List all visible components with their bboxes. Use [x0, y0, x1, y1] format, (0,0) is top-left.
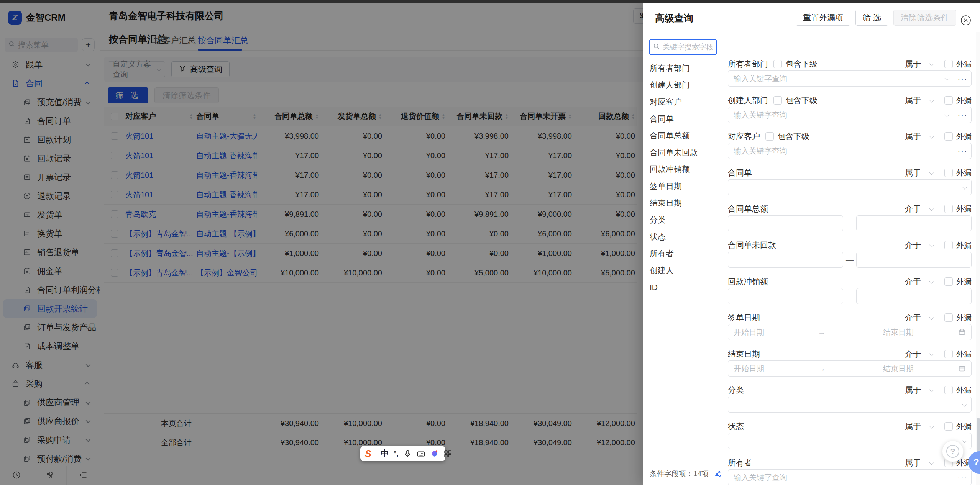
outflow-checkbox[interactable]: [944, 386, 953, 394]
outflow-checkbox[interactable]: [944, 205, 953, 213]
field-list-item[interactable]: 合同单未回款: [643, 144, 723, 161]
chevron-down-icon: [929, 170, 934, 175]
outflow-label: 外漏: [956, 168, 972, 178]
more-button[interactable]: ···: [954, 107, 972, 123]
field-list-item[interactable]: 对应客户: [643, 93, 723, 110]
field-search-input[interactable]: 关键字搜索字段: [649, 39, 717, 55]
outflow-checkbox[interactable]: [944, 132, 953, 141]
field-label: 状态: [728, 421, 744, 432]
operator-select[interactable]: 属于: [905, 385, 921, 395]
operator-select[interactable]: 属于: [905, 59, 921, 69]
reset-outflow-button[interactable]: 重置外漏项: [796, 10, 850, 26]
operator-select[interactable]: 属于: [905, 167, 921, 178]
include-sub-checkbox[interactable]: [773, 96, 782, 105]
sliders-icon[interactable]: [714, 470, 722, 478]
grid-icon[interactable]: [443, 449, 452, 458]
date-range-input[interactable]: 开始日期→结束日期: [728, 324, 972, 340]
operator-select[interactable]: 属于: [905, 421, 921, 432]
microphone-icon[interactable]: [403, 449, 412, 458]
drawer-clear-button[interactable]: 清除筛选条件: [893, 10, 956, 26]
field-list-item[interactable]: 状态: [643, 228, 723, 245]
operator-select[interactable]: 介于: [905, 276, 921, 287]
skin-icon[interactable]: [430, 449, 439, 458]
outflow-checkbox[interactable]: [944, 60, 953, 68]
field-list-item[interactable]: 创建人部门: [643, 77, 723, 93]
include-sub-checkbox[interactable]: [773, 60, 782, 68]
window-top-edge: [0, 0, 980, 3]
select-input[interactable]: [728, 397, 972, 413]
include-sub-checkbox[interactable]: [765, 132, 774, 141]
select-input[interactable]: [728, 179, 972, 195]
outflow-checkbox[interactable]: [944, 350, 953, 358]
field-list-item[interactable]: 结束日期: [643, 195, 723, 211]
field-list-item[interactable]: 创建人: [643, 262, 723, 279]
chevron-down-icon: [929, 206, 934, 211]
chevron-down-icon: [962, 402, 967, 407]
field-list-item[interactable]: ID: [643, 279, 723, 296]
field-label: 回款冲销额: [728, 276, 768, 287]
operator-select[interactable]: 介于: [905, 312, 921, 323]
field-list-item[interactable]: 合同单总额: [643, 127, 723, 144]
query-field-3: 合同单属于外漏: [728, 167, 972, 179]
query-field-0: 所有者部门包含下级属于外漏输入关键字查询···: [728, 58, 972, 70]
outflow-checkbox[interactable]: [944, 96, 953, 105]
drawer-mask[interactable]: [0, 0, 643, 485]
more-button[interactable]: ···: [954, 70, 972, 87]
outflow-checkbox[interactable]: [944, 241, 953, 249]
scrollbar[interactable]: [976, 32, 980, 485]
range-min-input[interactable]: [728, 215, 843, 231]
field-list-item[interactable]: 回款冲销额: [643, 161, 723, 178]
field-list-item[interactable]: 签单日期: [643, 178, 723, 195]
keyword-input[interactable]: 输入关键字查询: [728, 469, 954, 485]
keyboard-icon[interactable]: [417, 449, 425, 458]
outflow-label: 外漏: [956, 59, 972, 69]
select-input[interactable]: [728, 433, 972, 449]
close-icon[interactable]: [960, 15, 972, 28]
range-min-input[interactable]: [728, 288, 843, 304]
field-label: 所有者部门: [728, 59, 768, 69]
range-max-input[interactable]: [856, 215, 972, 231]
keyword-input[interactable]: 输入关键字查询: [728, 143, 954, 159]
outflow-checkbox[interactable]: [944, 313, 953, 322]
operator-select[interactable]: 介于: [905, 203, 921, 214]
query-field-1: 创建人部门包含下级属于外漏输入关键字查询···: [728, 95, 972, 106]
operator-select[interactable]: 介于: [905, 349, 921, 359]
field-list-item[interactable]: 分类: [643, 211, 723, 228]
search-icon: [653, 43, 660, 51]
operator-select[interactable]: 属于: [905, 95, 921, 106]
outflow-label: 外漏: [956, 349, 972, 359]
field-list-item[interactable]: 合同单: [643, 110, 723, 127]
help-button[interactable]: ?: [942, 441, 964, 462]
range-max-input[interactable]: [856, 288, 972, 304]
field-list-item[interactable]: 所有者部门: [643, 60, 723, 77]
keyword-input[interactable]: 输入关键字查询: [728, 107, 954, 123]
more-button[interactable]: ···: [954, 469, 972, 485]
outflow-checkbox[interactable]: [944, 422, 953, 431]
punctuation-icon[interactable]: °,: [394, 449, 399, 458]
keyword-input[interactable]: 输入关键字查询: [728, 70, 954, 87]
include-sub-label: 包含下级: [785, 59, 817, 69]
query-field-7: 签单日期介于外漏开始日期→结束日期: [728, 312, 972, 323]
operator-select[interactable]: 属于: [905, 131, 921, 142]
date-range-input[interactable]: 开始日期→结束日期: [728, 360, 972, 377]
sogou-s-icon[interactable]: S: [365, 448, 371, 459]
field-list: 所有者部门创建人部门对应客户合同单合同单总额合同单未回款回款冲销额签单日期结束日…: [643, 60, 723, 296]
operator-select[interactable]: 介于: [905, 240, 921, 251]
drawer-filter-button[interactable]: 筛 选: [855, 10, 888, 26]
chinese-mode-icon[interactable]: 中: [381, 448, 389, 459]
field-label: 创建人部门: [728, 95, 768, 106]
calendar-icon: [958, 365, 966, 372]
outflow-checkbox[interactable]: [944, 277, 953, 286]
range-max-input[interactable]: [856, 252, 972, 268]
operator-select[interactable]: 属于: [905, 457, 921, 468]
chevron-down-icon: [929, 315, 934, 320]
question-icon: ?: [973, 457, 979, 468]
chevron-down-icon: [929, 242, 934, 247]
outflow-checkbox[interactable]: [944, 169, 953, 177]
range-min-input[interactable]: [728, 252, 843, 268]
outflow-label: 外漏: [956, 277, 972, 287]
more-button[interactable]: ···: [954, 143, 972, 159]
query-field-2: 对应客户包含下级属于外漏输入关键字查询···: [728, 131, 972, 142]
chevron-down-icon: [945, 75, 950, 80]
field-list-item[interactable]: 所有者: [643, 245, 723, 262]
